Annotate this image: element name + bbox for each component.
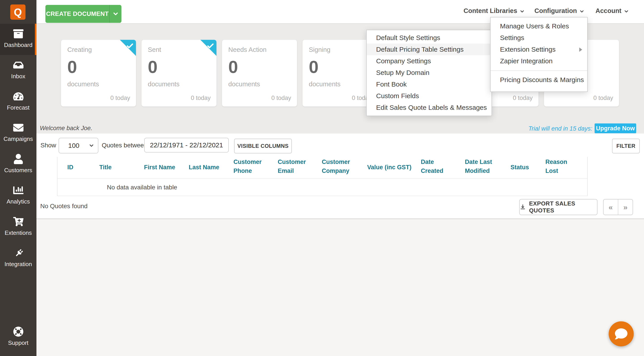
menu-divider bbox=[490, 70, 587, 71]
teal-check-badge bbox=[200, 40, 216, 56]
no-quotes-status: No Quotes found bbox=[40, 202, 88, 210]
sidebar-item-label: Forecast bbox=[0, 104, 36, 111]
column-header-date-created[interactable]: Date Created bbox=[421, 158, 450, 175]
teal-check-badge bbox=[120, 40, 136, 56]
column-header-customer-phone[interactable]: Customer Phone bbox=[234, 158, 267, 175]
card-today: 0 today bbox=[513, 94, 533, 102]
sidebar-item-label: Integration bbox=[0, 261, 36, 268]
page-size-value: 100 bbox=[59, 142, 88, 150]
stat-card-sent[interactable]: Sent 0 documents 0 today bbox=[142, 40, 216, 106]
page-size-select[interactable]: 100 bbox=[58, 138, 98, 154]
sidebar-item-customers[interactable]: Customers bbox=[0, 149, 36, 180]
app-logo[interactable]: Q bbox=[10, 4, 26, 20]
column-header-reason-lost[interactable]: Reason Lost bbox=[546, 158, 572, 175]
menu-item-extension-settings[interactable]: Extension Settings bbox=[490, 44, 587, 55]
export-sales-quotes-label: EXPORT SALES QUOTES bbox=[529, 200, 597, 214]
column-header-date-last-modified[interactable]: Date Last Modified bbox=[465, 158, 496, 175]
sidebar-item-forecast[interactable]: Forecast bbox=[0, 86, 36, 118]
visible-columns-button[interactable]: VISIBLE COLUMNS bbox=[234, 139, 292, 154]
configuration-dropdown-menu: Manage Users & Roles Settings Extension … bbox=[490, 17, 588, 92]
card-unit: documents bbox=[228, 80, 260, 88]
card-title: Sent bbox=[148, 46, 161, 54]
logo-letter: Q bbox=[14, 6, 22, 18]
column-header-last-name[interactable]: Last Name bbox=[189, 163, 219, 172]
menu-item-settings[interactable]: Settings bbox=[490, 32, 587, 44]
submenu-arrow-icon bbox=[578, 47, 583, 52]
sidebar-item-label: Extentions bbox=[0, 230, 36, 236]
filter-button[interactable]: FILTER bbox=[612, 139, 640, 154]
menu-item-font-book[interactable]: Font Book bbox=[367, 78, 492, 90]
nav-account-label: Account bbox=[596, 7, 622, 14]
menu-item-setup-my-domain[interactable]: Setup My Domain bbox=[367, 67, 492, 78]
chevron-down-icon bbox=[88, 143, 94, 148]
chevron-down-icon bbox=[579, 9, 584, 14]
card-value: 0 bbox=[228, 57, 238, 77]
stat-card-creating[interactable]: Creating 0 documents 0 today bbox=[61, 40, 136, 106]
nav-content-libraries[interactable]: Content Libraries bbox=[464, 7, 525, 14]
column-header-customer-email[interactable]: Customer Email bbox=[278, 158, 314, 175]
sidebar-item-label: Support bbox=[0, 340, 36, 346]
settings-submenu: Default Style Settings Default Pricing T… bbox=[366, 30, 492, 116]
nav-configuration[interactable]: Configuration bbox=[534, 7, 584, 14]
sidebar-item-label: Inbox bbox=[0, 73, 36, 80]
bar-chart-icon bbox=[13, 185, 24, 196]
card-value: 0 bbox=[67, 57, 77, 77]
card-value: 0 bbox=[309, 57, 318, 77]
sidebar-item-label: Campaigns bbox=[0, 136, 36, 142]
chevron-down-icon bbox=[520, 9, 525, 14]
export-sales-quotes-button[interactable]: EXPORT SALES QUOTES bbox=[519, 199, 598, 215]
menu-item-pricing-discounts-margins[interactable]: Pricing Discounts & Margins bbox=[490, 74, 587, 86]
check-icon bbox=[206, 42, 214, 50]
stat-card-needs-action[interactable]: Needs Action 0 documents 0 today bbox=[222, 40, 297, 106]
sidebar-item-dashboard[interactable]: Dashboard bbox=[0, 24, 36, 55]
sidebar-item-extentions[interactable]: Extentions bbox=[0, 212, 36, 243]
menu-item-manage-users-roles[interactable]: Manage Users & Roles bbox=[490, 20, 587, 32]
card-title: Needs Action bbox=[228, 46, 266, 54]
trial-message: Trial will end in 15 days: bbox=[528, 125, 592, 132]
nav-account[interactable]: Account bbox=[596, 7, 629, 14]
table-bottom-divider bbox=[57, 196, 588, 196]
sidebar-item-inbox[interactable]: Inbox bbox=[0, 55, 36, 86]
card-today: 0 today bbox=[593, 94, 613, 102]
column-header-first-name[interactable]: First Name bbox=[144, 163, 175, 172]
card-unit: documents bbox=[148, 80, 180, 88]
column-header-id[interactable]: ID bbox=[67, 163, 73, 172]
column-header-value[interactable]: Value (inc GST) bbox=[367, 163, 412, 172]
sidebar-item-label: Dashboard bbox=[0, 42, 36, 48]
menu-item-edit-sales-quote-labels[interactable]: Edit Sales Quote Labels & Messages bbox=[367, 102, 492, 113]
card-today: 0 today bbox=[191, 94, 211, 102]
menu-item-default-style-settings[interactable]: Default Style Settings bbox=[367, 32, 492, 44]
inbox-icon bbox=[13, 60, 24, 70]
menu-item-company-settings[interactable]: Company Settings bbox=[367, 55, 492, 67]
life-ring-icon bbox=[13, 326, 24, 337]
chevron-down-icon[interactable] bbox=[110, 10, 122, 17]
filter-label: FILTER bbox=[616, 143, 635, 149]
menu-item-default-pricing-table-settings[interactable]: Default Pricing Table Settings bbox=[367, 44, 492, 55]
chevron-down-icon bbox=[624, 9, 629, 14]
table-left-border bbox=[57, 157, 58, 196]
support-chat-button[interactable] bbox=[609, 321, 634, 346]
menu-item-zapier-integration[interactable]: Zapier Integration bbox=[490, 55, 587, 67]
table-header-divider bbox=[57, 178, 588, 179]
column-header-title[interactable]: Title bbox=[99, 163, 112, 172]
menu-item-label: Extension Settings bbox=[500, 46, 556, 53]
pagination: « » bbox=[603, 199, 633, 215]
card-unit: documents bbox=[309, 80, 340, 88]
upgrade-now-button[interactable]: Upgrade Now bbox=[594, 124, 636, 133]
check-icon bbox=[126, 42, 134, 50]
previous-page-button[interactable]: « bbox=[604, 200, 618, 215]
menu-item-custom-fields[interactable]: Custom Fields bbox=[367, 90, 492, 102]
plug-icon bbox=[11, 246, 26, 260]
nav-configuration-label: Configuration bbox=[534, 7, 577, 14]
column-header-status[interactable]: Status bbox=[510, 163, 529, 172]
sidebar-item-integration[interactable]: Integration bbox=[0, 243, 36, 274]
envelope-icon bbox=[13, 122, 24, 133]
create-document-button[interactable]: CREATE DOCUMENT bbox=[46, 5, 122, 23]
sidebar-item-support[interactable]: Support bbox=[0, 322, 36, 353]
sidebar-item-analytics[interactable]: Analytics bbox=[0, 180, 36, 212]
next-page-button[interactable]: » bbox=[618, 200, 632, 215]
sidebar-item-campaigns[interactable]: Campaigns bbox=[0, 118, 36, 149]
column-header-customer-company[interactable]: Customer Company bbox=[322, 158, 360, 175]
date-range-input[interactable] bbox=[144, 138, 229, 152]
gauge-icon bbox=[13, 91, 24, 102]
